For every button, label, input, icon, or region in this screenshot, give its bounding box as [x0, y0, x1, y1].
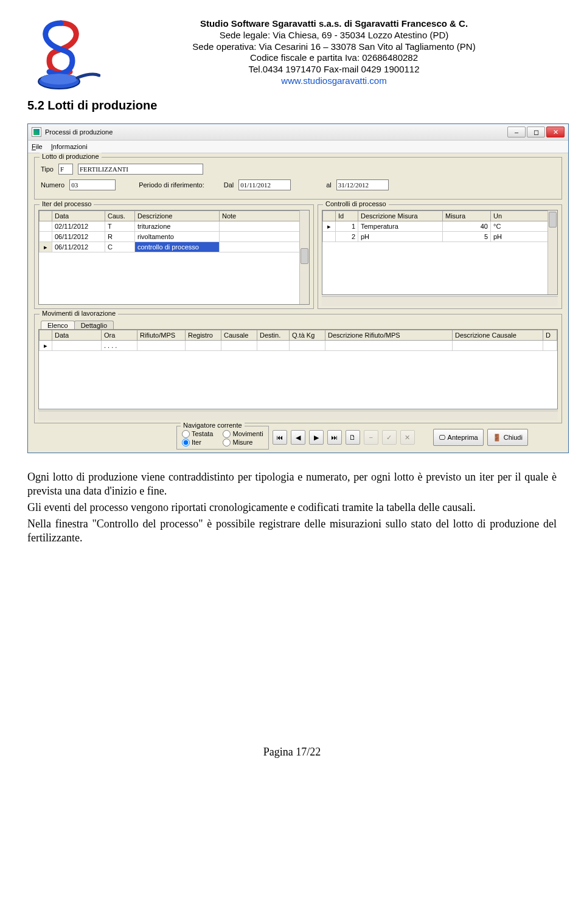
group-navigatore: Navigatore corrente Testata Iter Movimen… — [176, 426, 269, 450]
col-caus[interactable]: Caus. — [105, 211, 135, 221]
nav-last-button[interactable]: ⏭ — [327, 430, 342, 445]
maximize-button[interactable]: ◻ — [527, 127, 545, 137]
col-ptr — [323, 211, 336, 221]
monitor-icon: 🖵 — [439, 434, 445, 441]
group-lotto: Lotto di produzione Tipo Numero Periodo … — [34, 157, 562, 200]
col-desc[interactable]: Descrizione — [135, 211, 220, 221]
nav-first-button[interactable]: ⏮ — [273, 430, 287, 445]
nav-confirm-button[interactable]: ✓ — [382, 430, 397, 445]
grid-iter[interactable]: Data Caus. Descrizione Note 02/11/2012Tt… — [38, 210, 310, 305]
input-al[interactable] — [336, 179, 389, 190]
scrollbar-vertical[interactable] — [548, 210, 557, 294]
nav-delete-button[interactable]: − — [364, 430, 378, 445]
group-lotto-label: Lotto di produzione — [40, 153, 102, 160]
table-row-selected[interactable]: ▸06/11/2012Ccontrollo di processo — [40, 242, 309, 252]
group-controlli-label: Controlli di processo — [323, 200, 389, 207]
scrollbar-horizontal[interactable] — [38, 411, 558, 420]
menu-info[interactable]: Informazioni — [51, 143, 88, 150]
minimize-button[interactable]: – — [507, 127, 526, 137]
grid-controlli[interactable]: Id Descrizione Misura Misura Un ▸1Temper… — [322, 210, 558, 295]
company-logo — [27, 18, 100, 91]
col-misura[interactable]: Misura — [443, 211, 491, 221]
app-window: Processi di produzione – ◻ ✕ File Inform… — [27, 123, 569, 453]
col-data[interactable]: Data — [52, 211, 105, 221]
menubar: File Informazioni — [28, 141, 568, 153]
grid-movimenti[interactable]: Data Ora Rifiuto/MPS Registro Causale De… — [38, 329, 558, 409]
paragraph: Nella finestra "Controllo del processo" … — [27, 517, 557, 545]
label-tipo: Tipo — [41, 165, 54, 173]
radio-testata[interactable]: Testata — [182, 430, 213, 438]
label-al: al — [326, 181, 332, 189]
group-iter-label: Iter del processo — [40, 200, 94, 207]
scrollbar-vertical[interactable] — [299, 210, 309, 304]
group-movimenti: Movimenti di lavorazione Elenco Dettagli… — [34, 314, 562, 423]
section-heading: 5.2 Lotti di produzione — [27, 99, 557, 113]
col-desc-misura[interactable]: Descrizione Misura — [358, 211, 443, 221]
group-iter: Iter del processo Data Caus. Descrizione… — [34, 204, 314, 309]
group-navigatore-label: Navigatore corrente — [181, 422, 245, 429]
app-icon — [32, 127, 41, 137]
table-row[interactable]: 06/11/2012Rrivoltamento — [40, 232, 309, 242]
col-note[interactable]: Note — [220, 211, 309, 221]
svg-point-1 — [41, 74, 77, 85]
paragraph: Gli eventi del processo vengono riportat… — [27, 501, 557, 515]
nav-cancel-button[interactable]: ✕ — [400, 430, 415, 445]
nav-next-button[interactable]: ▶ — [309, 430, 324, 445]
nav-new-button[interactable]: 🗋 — [346, 430, 360, 445]
scrollbar-horizontal[interactable] — [322, 296, 558, 306]
titlebar: Processi di produzione – ◻ ✕ — [28, 124, 568, 141]
page-footer: Pagina 17/22 — [27, 746, 557, 777]
col-id[interactable]: Id — [336, 211, 358, 221]
anteprima-button[interactable]: 🖵Anteprima — [433, 429, 484, 446]
letterhead: Studio Software Sgaravatti s.a.s. di Sga… — [111, 18, 557, 91]
paragraph: Ogni lotto di produzione viene contraddi… — [27, 470, 557, 498]
radio-iter[interactable]: Iter — [182, 439, 213, 446]
tab-dettaglio[interactable]: Dettaglio — [74, 321, 114, 330]
input-dal[interactable] — [238, 179, 291, 190]
website-link[interactable]: www.studiosgaravatti.com — [111, 75, 557, 87]
label-numero: Numero — [41, 181, 64, 189]
radio-misure[interactable]: Misure — [223, 439, 263, 446]
col-ptr — [40, 211, 52, 221]
tab-elenco[interactable]: Elenco — [41, 321, 75, 330]
group-movimenti-label: Movimenti di lavorazione — [40, 310, 118, 317]
menu-file[interactable]: File — [32, 143, 43, 150]
label-periodo: Periodo di riferimento: — [139, 181, 204, 189]
group-controlli: Controlli di processo Id Descrizione Mis… — [318, 204, 562, 309]
label-dal: Dal — [224, 181, 234, 189]
table-row[interactable]: 2pH5pH — [323, 232, 557, 242]
radio-movimenti[interactable]: Movimenti — [223, 430, 263, 438]
close-button[interactable]: ✕ — [546, 127, 565, 137]
table-row[interactable]: ▸. . . . — [40, 341, 557, 351]
col-ptr — [40, 330, 52, 341]
input-tipo-code[interactable] — [58, 164, 73, 175]
nav-prev-button[interactable]: ◀ — [291, 430, 305, 445]
chiudi-button[interactable]: 🚪Chiudi — [487, 429, 528, 446]
table-row[interactable]: ▸1Temperatura40°C — [323, 221, 557, 232]
table-row[interactable]: 02/11/2012Ttriturazione — [40, 221, 309, 232]
window-title: Processi di produzione — [45, 128, 113, 136]
input-tipo-desc[interactable] — [78, 164, 203, 175]
input-numero[interactable] — [69, 179, 116, 190]
exit-icon: 🚪 — [493, 434, 501, 442]
